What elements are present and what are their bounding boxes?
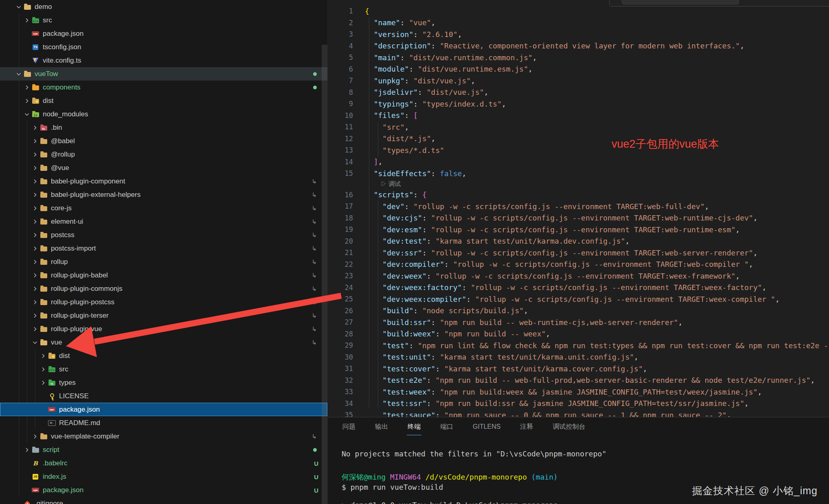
line-number: 29 bbox=[328, 341, 365, 349]
tree-item-bin[interactable]: 01.bin bbox=[0, 121, 327, 134]
tree-item-vite-config-ts[interactable]: vite.config.ts bbox=[0, 54, 327, 67]
tree-item-vue-template-compiler[interactable]: vue-template-compiler↳ bbox=[0, 430, 327, 443]
tree-item-vue[interactable]: @vue bbox=[0, 161, 327, 175]
modified-dot-badge bbox=[313, 85, 317, 89]
tree-item-components[interactable]: components bbox=[0, 81, 327, 94]
explorer-scrollbar[interactable] bbox=[322, 45, 327, 504]
folder-dist-icon bbox=[48, 353, 56, 359]
tree-item-label: rollup-plugin-terser bbox=[51, 312, 109, 320]
chevron-down-icon bbox=[15, 71, 22, 77]
tree-item-postcss[interactable]: postcss↳ bbox=[0, 228, 327, 242]
line-number: 18 bbox=[328, 214, 365, 222]
tree-item-rollup-plugin-postcss[interactable]: rollup-plugin-postcss↳ bbox=[0, 295, 327, 309]
modified-dot-badge bbox=[313, 72, 317, 76]
code-line-31: 31 "test:cover": "karma start test/unit/… bbox=[328, 363, 829, 375]
chevron-right-icon bbox=[24, 84, 30, 91]
tree-item-tsconfig-json[interactable]: TStsconfig.json bbox=[0, 40, 327, 54]
chevron-down-icon bbox=[32, 339, 38, 346]
tree-item-label: tsconfig.json bbox=[43, 43, 81, 51]
tree-item-script[interactable]: script bbox=[0, 443, 327, 456]
tree-item-index-js[interactable]: JSindex.jsU bbox=[0, 470, 327, 483]
tree-item-rollup-plugin-commonjs[interactable]: rollup-plugin-commonjs↳ bbox=[0, 282, 327, 295]
symlink-icon: ↳ bbox=[311, 339, 317, 346]
chevron-right-icon bbox=[32, 218, 38, 225]
folder-src-icon: </> bbox=[31, 17, 39, 24]
tree-item-vuetow[interactable]: vueTow bbox=[0, 67, 327, 81]
tree-item-rollup-plugin-vue[interactable]: rollup-plugin-vue↳ bbox=[0, 322, 327, 336]
code-line-16: 16 "scripts": { bbox=[328, 189, 829, 201]
folder-src-icon: </> bbox=[48, 366, 56, 373]
quick-input-box[interactable] bbox=[622, 0, 739, 4]
symlink-icon: ↳ bbox=[311, 299, 317, 306]
tree-item-label: rollup-plugin-vue bbox=[51, 325, 102, 333]
tree-item-demo[interactable]: demo bbox=[0, 0, 327, 13]
panel-tab-[interactable]: 输出 bbox=[374, 421, 389, 433]
quick-input-widget[interactable] bbox=[609, 0, 829, 7]
tree-item-node-modules[interactable]: jsnode_modules bbox=[0, 107, 327, 121]
symlink-icon: ↳ bbox=[311, 312, 317, 319]
codelens-debug[interactable]: ▷ 调试 bbox=[328, 179, 829, 189]
tree-item-label: @vue bbox=[51, 164, 69, 172]
tree-item-label: README.md bbox=[59, 419, 100, 427]
chevron-right-icon bbox=[32, 272, 38, 279]
folder-script-icon bbox=[31, 447, 39, 453]
line-number: 8 bbox=[328, 88, 365, 96]
code-line-28: 28 "build:weex": "npm run build -- weex"… bbox=[328, 328, 829, 340]
line-number: 1 bbox=[328, 7, 365, 15]
tree-item-label: package.json bbox=[43, 486, 83, 494]
chevron-spacer bbox=[24, 57, 30, 64]
folder-types-icon: TS bbox=[48, 380, 56, 386]
code-line-6: 6 "module": "dist/vue.runtime.esm.js", bbox=[328, 63, 829, 75]
git-icon bbox=[23, 500, 31, 504]
tree-item-rollup-plugin-babel[interactable]: rollup-plugin-babel↳ bbox=[0, 268, 327, 282]
line-number: 17 bbox=[328, 202, 365, 210]
untracked-badge: U bbox=[314, 460, 318, 467]
panel-tab-[interactable]: 终端 bbox=[407, 421, 421, 433]
chevron-spacer bbox=[40, 406, 46, 413]
panel-tab-[interactable]: 端口 bbox=[439, 421, 454, 433]
tree-item-gitignore[interactable]: .gitignore bbox=[0, 497, 327, 504]
chevron-right-icon bbox=[24, 98, 30, 104]
code-line-8: 8 "jsdelivr": "dist/vue.js", bbox=[328, 87, 829, 98]
chevron-spacer bbox=[24, 473, 30, 480]
code-lines[interactable]: 1{2 "name": "vue",3 "version": "2.6.10",… bbox=[328, 5, 829, 417]
folder-components-icon bbox=[31, 84, 39, 91]
tree-item-vue[interactable]: vue↳ bbox=[0, 336, 327, 349]
tree-item-types[interactable]: TStypes bbox=[0, 376, 327, 389]
code-line-19: 19 "dev:esm": "rollup -w -c scripts/conf… bbox=[328, 224, 829, 236]
tree-item-dist[interactable]: dist bbox=[0, 349, 327, 362]
panel-tab-[interactable]: 问题 bbox=[342, 421, 356, 433]
tree-item-core-js[interactable]: core-js↳ bbox=[0, 201, 327, 215]
tree-item-babelrc[interactable]: B.babelrcU bbox=[0, 456, 327, 470]
line-number: 21 bbox=[328, 249, 365, 257]
code-line-2: 2 "name": "vue", bbox=[328, 17, 829, 29]
tree-item-package-json[interactable]: npmpackage.json bbox=[0, 27, 327, 40]
red-annotation-text: vue2子包用的vue版本 bbox=[612, 137, 719, 151]
line-number: 2 bbox=[328, 19, 365, 27]
tree-item-src[interactable]: </>src bbox=[0, 13, 327, 27]
line-number: 23 bbox=[328, 272, 365, 280]
tree-item-label: vueTow bbox=[35, 70, 58, 78]
panel-tabs: 问题输出终端端口GITLENS注释调试控制台 bbox=[328, 417, 829, 436]
tree-item-readme-md[interactable]: M↓README.md bbox=[0, 416, 327, 430]
tree-item-package-json[interactable]: npmpackage.jsonU bbox=[0, 483, 327, 497]
tree-item-babel-plugin-external-helpers[interactable]: babel-plugin-external-helpers↳ bbox=[0, 188, 327, 201]
tree-item-src[interactable]: </>src bbox=[0, 362, 327, 376]
tree-item-label: index.js bbox=[43, 473, 66, 481]
tree-item-rollup[interactable]: @rollup bbox=[0, 148, 327, 161]
tree-item-package-json[interactable]: npmpackage.json bbox=[0, 403, 327, 416]
tree-item-postcss-import[interactable]: postcss-import↳ bbox=[0, 242, 327, 255]
tree-item-babel-plugin-component[interactable]: babel-plugin-component↳ bbox=[0, 175, 327, 188]
panel-tab-[interactable]: 注释 bbox=[519, 421, 534, 433]
tree-item-rollup[interactable]: rollup↳ bbox=[0, 255, 327, 268]
tree-item-dist[interactable]: dist bbox=[0, 94, 327, 107]
key-icon bbox=[48, 393, 56, 399]
code-line-11: 11 "src", bbox=[328, 121, 829, 133]
panel-tab-[interactable]: 调试控制台 bbox=[552, 421, 586, 433]
tree-item-babel[interactable]: @babel bbox=[0, 134, 327, 148]
tree-item-element-ui[interactable]: element-ui↳ bbox=[0, 215, 327, 228]
tree-item-rollup-plugin-terser[interactable]: rollup-plugin-terser↳ bbox=[0, 309, 327, 322]
panel-tab-gitlens[interactable]: GITLENS bbox=[472, 421, 501, 432]
symlink-icon: ↳ bbox=[311, 178, 317, 185]
tree-item-license[interactable]: LICENSE bbox=[0, 389, 327, 403]
